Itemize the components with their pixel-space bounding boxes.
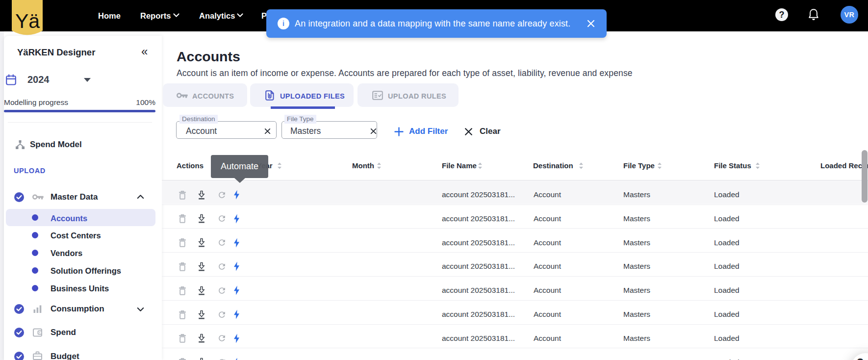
svg-text:Yä: Yä <box>15 10 40 32</box>
